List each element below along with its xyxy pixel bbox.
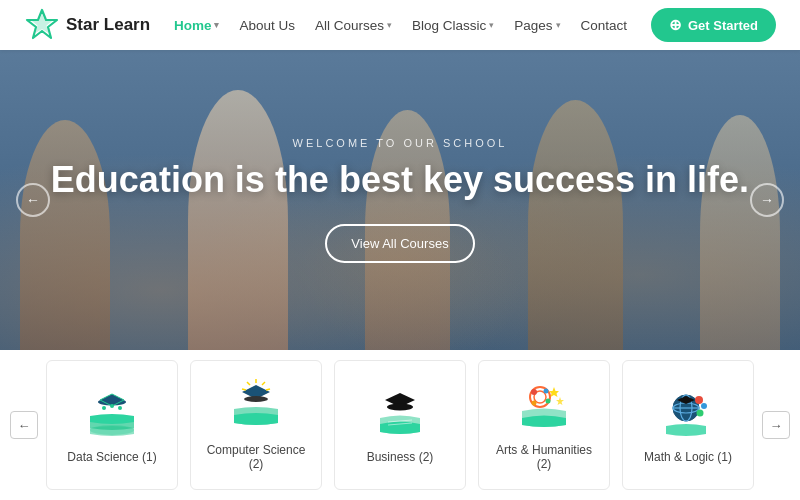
view-all-courses-button[interactable]: View All Courses — [325, 224, 474, 263]
business-icon — [368, 386, 432, 440]
brand-name: Star Learn — [66, 15, 150, 35]
svg-line-14 — [262, 382, 265, 385]
svg-point-7 — [102, 406, 106, 410]
nav-contact[interactable]: Contact — [581, 18, 628, 33]
category-card-computer-science[interactable]: Computer Science (2) — [190, 360, 322, 490]
svg-line-15 — [247, 382, 250, 385]
nav-blog[interactable]: Blog Classic ▾ — [412, 18, 494, 33]
categories-grid: Data Science (1) — [40, 360, 760, 490]
svg-point-28 — [544, 389, 549, 394]
svg-point-9 — [118, 406, 122, 410]
categories-next-button[interactable]: → — [762, 411, 790, 439]
categories-section: ← — [0, 350, 800, 500]
hero-next-button[interactable]: → — [750, 183, 784, 217]
svg-point-37 — [695, 396, 703, 404]
navbar: Star Learn Home ▾ About Us All Courses ▾… — [0, 0, 800, 50]
category-card-data-science[interactable]: Data Science (1) — [46, 360, 178, 490]
svg-point-20 — [387, 404, 413, 411]
category-card-math[interactable]: Math & Logic (1) — [622, 360, 754, 490]
math-label: Math & Logic (1) — [644, 450, 732, 464]
arts-label: Arts & Humanities (2) — [489, 443, 599, 471]
hero-subtitle: WELCOME TO OUR SCHOOL — [51, 137, 749, 149]
svg-point-12 — [244, 396, 268, 402]
category-card-business[interactable]: Business (2) — [334, 360, 466, 490]
nav-about[interactable]: About Us — [239, 18, 295, 33]
plus-circle-icon: ⊕ — [669, 16, 682, 34]
hero-prev-button[interactable]: ← — [16, 183, 50, 217]
svg-rect-11 — [252, 389, 260, 395]
data-science-label: Data Science (1) — [67, 450, 156, 464]
nav-home[interactable]: Home ▾ — [174, 18, 220, 33]
computer-science-icon — [224, 379, 288, 433]
svg-rect-36 — [683, 398, 689, 402]
svg-marker-26 — [556, 397, 564, 405]
svg-point-29 — [546, 399, 551, 404]
nav-courses[interactable]: All Courses ▾ — [315, 18, 392, 33]
home-dropdown-icon: ▾ — [214, 20, 219, 30]
hero-title: Education is the best key success in lif… — [51, 159, 749, 200]
hero-section: ← WELCOME TO OUR SCHOOL Education is the… — [0, 50, 800, 350]
category-card-arts[interactable]: Arts & Humanities (2) — [478, 360, 610, 490]
courses-dropdown-icon: ▾ — [387, 20, 392, 30]
svg-point-8 — [110, 404, 114, 408]
svg-line-16 — [266, 389, 270, 390]
business-label: Business (2) — [367, 450, 434, 464]
svg-point-38 — [701, 403, 707, 409]
svg-point-27 — [531, 389, 537, 395]
arts-icon — [512, 379, 576, 433]
blog-dropdown-icon: ▾ — [489, 20, 494, 30]
pages-dropdown-icon: ▾ — [556, 20, 561, 30]
svg-point-39 — [697, 410, 704, 417]
computer-science-label: Computer Science (2) — [201, 443, 311, 471]
brand-logo-icon — [24, 7, 60, 43]
svg-line-17 — [242, 389, 246, 390]
nav-pages[interactable]: Pages ▾ — [514, 18, 560, 33]
nav-links: Home ▾ About Us All Courses ▾ Blog Class… — [174, 18, 627, 33]
svg-point-30 — [532, 401, 537, 406]
categories-prev-button[interactable]: ← — [10, 411, 38, 439]
data-science-icon — [80, 386, 144, 440]
brand: Star Learn — [24, 7, 150, 43]
math-icon — [656, 386, 720, 440]
get-started-button[interactable]: ⊕ Get Started — [651, 8, 776, 42]
hero-content: WELCOME TO OUR SCHOOL Education is the b… — [51, 137, 749, 263]
svg-rect-19 — [396, 397, 404, 404]
